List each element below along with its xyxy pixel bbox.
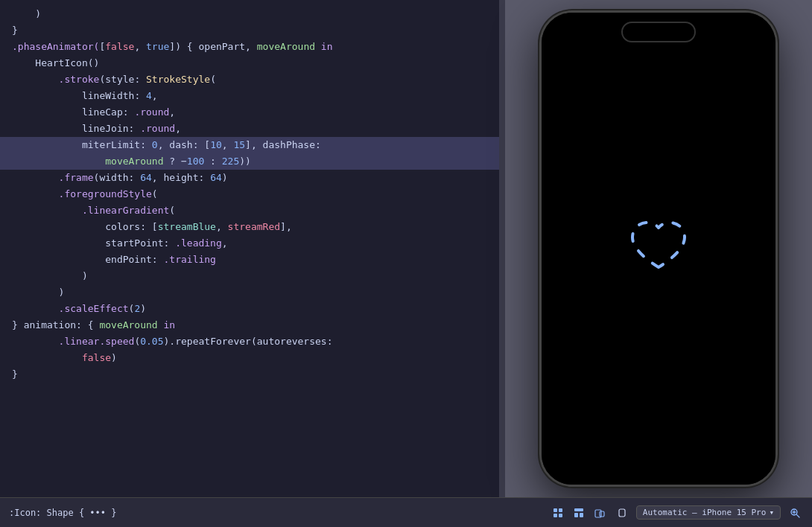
code-line: .frame(width: 64, height: 64) [0, 170, 499, 186]
code-line: .linear.speed(0.05).repeatForever(autore… [0, 333, 499, 350]
code-token: false [82, 350, 111, 366]
code-token: , [245, 39, 257, 55]
code-line: lineJoin: .round, [0, 121, 499, 137]
code-token: − [181, 153, 187, 170]
code-token: .scaleEffect [12, 301, 129, 317]
code-line: .stroke(style: StrokeStyle( [0, 71, 499, 88]
code-token: miterLimit [12, 137, 140, 153]
device-selector[interactable]: Automatic – iPhone 15 Pro ▾ [636, 505, 781, 520]
code-token: .trailing [164, 252, 216, 268]
code-token: 4 [146, 88, 152, 104]
code-token: in [158, 317, 175, 333]
code-token: ) [222, 170, 228, 186]
code-line: miterLimit: 0, dash: [10, 15], dashPhase… [0, 137, 499, 153]
zoom-button[interactable] [787, 505, 803, 521]
code-line: colors: [streamBlue, streamRed], [0, 219, 499, 235]
svg-rect-1 [559, 508, 562, 512]
bottom-icons [550, 505, 608, 521]
code-token: , dash: [ [158, 137, 210, 153]
code-token: , [175, 121, 181, 137]
layout-icon[interactable] [571, 505, 587, 521]
code-token: startPoint [12, 235, 164, 252]
code-token: ( [99, 71, 105, 88]
code-token: , [216, 219, 228, 235]
phone-icon[interactable] [614, 505, 630, 521]
code-token: : [204, 153, 221, 170]
code-line: .scaleEffect(2) [0, 301, 499, 317]
svg-rect-0 [554, 508, 557, 512]
code-token: , [169, 104, 175, 121]
code-token: , [152, 170, 164, 186]
svg-rect-2 [554, 514, 557, 517]
main-area: )}.phaseAnimator([false, true]) { openPa… [0, 0, 812, 497]
code-token: , [222, 137, 234, 153]
code-line: ) [0, 284, 499, 301]
code-token: openPart [198, 39, 245, 55]
code-token: 64 [210, 170, 222, 186]
devices-icon[interactable] [591, 505, 608, 521]
code-token: .linear.speed [12, 333, 134, 350]
code-token: .round [134, 104, 169, 121]
code-token: width [99, 170, 128, 186]
code-token: , [134, 39, 146, 55]
svg-rect-4 [574, 508, 583, 511]
code-token: lineWidth [12, 88, 134, 104]
code-token: height [164, 170, 199, 186]
code-line: } [0, 366, 499, 383]
code-line: } animation: { moveAround in [0, 317, 499, 333]
code-token: : [140, 137, 152, 153]
code-token: ( [94, 170, 100, 186]
code-token: , [152, 88, 158, 104]
code-token: true [146, 39, 169, 55]
panel-divider[interactable] [499, 0, 505, 497]
code-token: ) [12, 6, 41, 22]
code-token: ) [140, 301, 146, 317]
code-line: lineWidth: 4, [0, 88, 499, 104]
code-token: } animation [12, 317, 76, 333]
code-token: : [ [140, 219, 157, 235]
code-token: moveAround [99, 317, 157, 333]
preview-panel [505, 0, 812, 497]
code-token: 0.05 [140, 333, 163, 350]
code-token: 10 [210, 137, 222, 153]
code-token: style [105, 71, 134, 88]
code-token: 100 [187, 153, 204, 170]
code-token: )) [239, 153, 251, 170]
code-token: .leading [175, 235, 222, 252]
bottom-right: Automatic – iPhone 15 Pro ▾ [550, 505, 803, 521]
code-token: .foregroundStyle [12, 186, 152, 202]
code-editor: )}.phaseAnimator([false, true]) { openPa… [0, 0, 499, 497]
chevron-down-icon: ▾ [769, 508, 774, 517]
code-line: .foregroundStyle( [0, 186, 499, 202]
code-token: 15 [233, 137, 245, 153]
device-label: Automatic – iPhone 15 Pro [643, 508, 767, 517]
bottom-bar: :Icon: Shape { ••• } [0, 497, 812, 527]
code-token: ], [280, 219, 292, 235]
code-token: 0 [152, 137, 158, 153]
code-token: lineJoin [12, 121, 129, 137]
code-token: autoreverses [257, 333, 327, 350]
code-token: ) [12, 284, 64, 301]
code-token: ( [210, 71, 216, 88]
code-token: ) [111, 350, 117, 366]
phone-frame [539, 10, 778, 487]
code-line: .phaseAnimator([false, true]) { openPart… [0, 39, 499, 55]
code-token: ( [152, 186, 158, 202]
phone-wrapper [539, 10, 778, 487]
code-token: .round [140, 121, 175, 137]
svg-rect-6 [580, 513, 583, 517]
code-line: lineCap: .round, [0, 104, 499, 121]
code-token: HeartIcon() [12, 55, 99, 71]
svg-rect-8 [600, 511, 604, 517]
code-token: : [134, 71, 146, 88]
code-line: false) [0, 350, 499, 366]
code-token: [ [99, 39, 105, 55]
code-token: ).repeatForever( [164, 333, 257, 350]
bottom-left: :Icon: Shape { ••• } [9, 508, 117, 518]
code-token: : [327, 333, 333, 350]
code-token: : [164, 235, 176, 252]
code-token: 64 [140, 170, 152, 186]
code-token: ) [12, 268, 88, 284]
grid-icon[interactable] [550, 505, 566, 521]
code-token: } [12, 22, 18, 39]
